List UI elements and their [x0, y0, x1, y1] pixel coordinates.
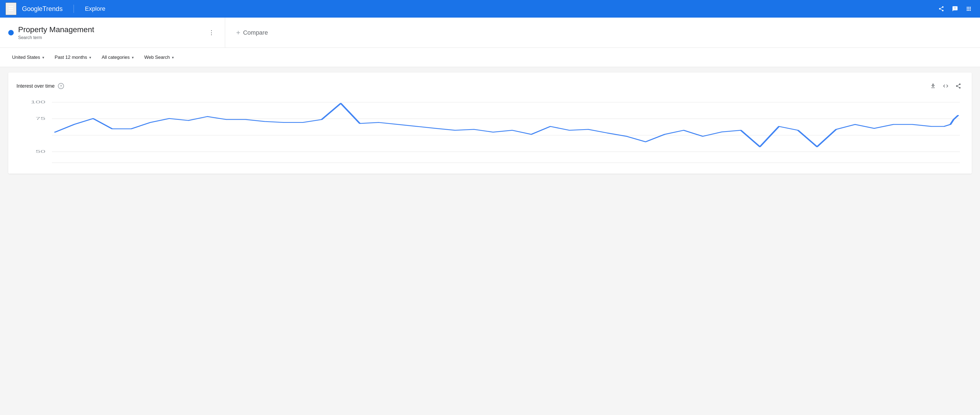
- interest-over-time-chart: 100 75 50: [14, 97, 966, 168]
- search-row: Property Management Search term ⋮ + Comp…: [0, 18, 980, 48]
- menu-button[interactable]: ☰: [5, 2, 16, 15]
- header-explore-label: Explore: [85, 5, 105, 12]
- embed-button[interactable]: [940, 81, 951, 91]
- chart-section: Interest over time ?: [8, 73, 972, 174]
- location-chevron-icon: ▾: [42, 55, 44, 60]
- category-filter[interactable]: All categories ▾: [98, 52, 138, 63]
- download-icon: [930, 83, 936, 89]
- apps-icon: [966, 6, 972, 12]
- search-type-filter[interactable]: Web Search ▾: [140, 52, 178, 63]
- chart-title: Interest over time: [16, 83, 55, 89]
- share-button[interactable]: [935, 3, 947, 14]
- compare-plus-icon: +: [236, 28, 240, 37]
- location-label: United States: [12, 55, 40, 60]
- chart-share-button[interactable]: [953, 81, 964, 91]
- location-filter[interactable]: United States ▾: [8, 52, 48, 63]
- search-type-label: Web Search: [144, 55, 170, 60]
- category-chevron-icon: ▾: [132, 55, 134, 60]
- compare-label: Compare: [243, 29, 268, 36]
- search-term-container: Property Management Search term ⋮: [0, 18, 225, 48]
- svg-text:75: 75: [36, 116, 46, 121]
- term-type: Search term: [18, 35, 202, 40]
- time-chevron-icon: ▾: [89, 55, 91, 60]
- feedback-icon: [952, 6, 958, 12]
- time-range-label: Past 12 months: [55, 55, 87, 60]
- logo-google-text: Google: [22, 5, 42, 13]
- trend-line: [55, 103, 958, 147]
- compare-button[interactable]: + Compare: [236, 28, 268, 37]
- term-color-dot: [8, 30, 14, 35]
- term-menu-button[interactable]: ⋮: [206, 27, 216, 38]
- term-name: Property Management: [18, 25, 202, 34]
- chart-share-icon: [955, 83, 961, 89]
- chart-actions: [928, 81, 964, 91]
- term-info: Property Management Search term: [18, 25, 202, 40]
- svg-text:50: 50: [36, 149, 46, 154]
- compare-container: + Compare: [225, 18, 980, 48]
- search-type-chevron-icon: ▾: [172, 55, 174, 60]
- feedback-button[interactable]: [949, 3, 961, 14]
- category-label: All categories: [102, 55, 130, 60]
- apps-button[interactable]: [963, 3, 975, 14]
- chart-title-area: Interest over time ?: [16, 83, 64, 89]
- header-left: ☰ Google Trends Explore: [5, 2, 105, 15]
- app-header: ☰ Google Trends Explore: [0, 0, 980, 18]
- chart-header: Interest over time ?: [14, 81, 966, 91]
- header-right: [935, 3, 975, 14]
- embed-icon: [943, 83, 949, 89]
- vertical-dots-icon: ⋮: [208, 29, 215, 36]
- chart-wrapper: 100 75 50: [14, 97, 966, 168]
- app-logo: Google Trends: [22, 5, 63, 13]
- logo-trends-text: Trends: [42, 5, 63, 13]
- filters-row: United States ▾ Past 12 months ▾ All cat…: [0, 48, 980, 67]
- svg-text:100: 100: [31, 100, 46, 104]
- help-icon[interactable]: ?: [58, 83, 64, 89]
- header-divider: [73, 5, 74, 13]
- share-icon: [938, 6, 944, 12]
- download-button[interactable]: [928, 81, 938, 91]
- time-range-filter[interactable]: Past 12 months ▾: [51, 52, 95, 63]
